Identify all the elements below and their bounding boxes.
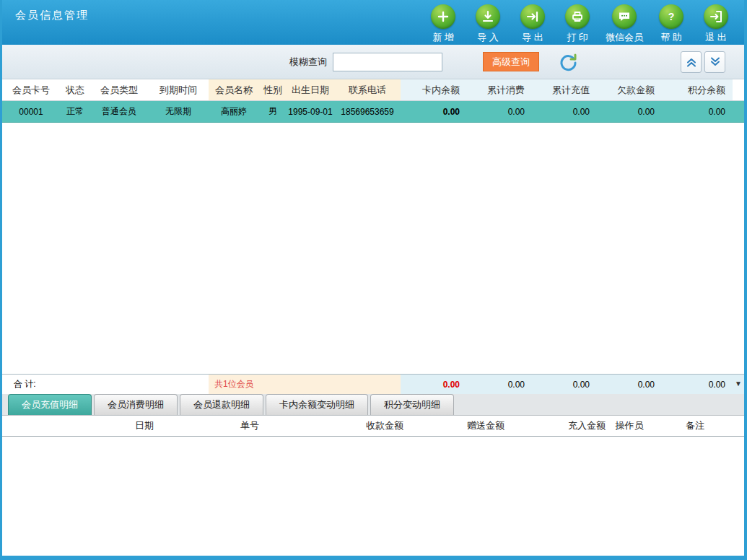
member-total-recharge: 0.00 [532,101,597,122]
member-count-text: 共1位会员 [214,378,254,390]
help-label: 帮 助 [660,31,682,44]
exit-icon [704,4,728,29]
col-total-recharge[interactable]: 累计充值 [532,79,597,100]
member-total-consumption: 0.00 [467,101,532,122]
exit-label: 退 出 [705,31,727,44]
new-member-button[interactable]: 新 增 [427,4,460,45]
scroll-down-arrow[interactable]: ▼ [735,380,742,388]
member-card-no: 00001 [2,101,60,122]
tab-points-change-detail[interactable]: 积分变动明细 [370,394,454,415]
tab-balance-change-detail[interactable]: 卡内余额变动明细 [266,394,368,415]
import-label: 导 入 [477,31,499,44]
fuzzy-search-label: 模糊查询 [289,56,327,69]
detail-tabs: 会员充值明细 会员消费明细 会员退款明细 卡内余额变动明细 积分变动明细 [2,394,744,416]
print-button[interactable]: 打 印 [561,4,594,45]
col-card-balance[interactable]: 卡内余额 [401,79,467,100]
tab-consumption-detail[interactable]: 会员消费明细 [94,394,178,415]
member-management-window: 会员信息管理 新 增 导 入 导 出 [0,0,747,560]
member-debt-amount: 0.00 [597,101,662,122]
import-button[interactable]: 导 入 [471,4,504,45]
col-member-type[interactable]: 会员类型 [90,79,148,100]
plus-icon [431,4,455,29]
members-table-header: 会员卡号 状态 会员类型 到期时间 会员名称 性别 出生日期 联系电话 卡内余额… [2,79,744,101]
tab-recharge-detail[interactable]: 会员充值明细 [8,394,92,415]
new-member-label: 新 增 [432,31,454,44]
wechat-icon [612,4,637,29]
search-input[interactable] [333,53,442,71]
search-row: 模糊查询 高级查询 [2,45,744,79]
col-total-consumption[interactable]: 累计消费 [467,79,532,100]
double-chevron-up-icon [685,56,698,69]
detail-col-date[interactable]: 日期 [135,419,154,432]
member-type: 普通会员 [90,101,148,122]
col-card-no[interactable]: 会员卡号 [2,79,60,100]
export-button[interactable]: 导 出 [516,4,549,45]
titlebar: 会员信息管理 新 增 导 入 导 出 [2,0,744,45]
member-phone: 18569653659 [334,101,401,122]
detail-col-operator[interactable]: 操作员 [616,419,644,432]
col-phone[interactable]: 联系电话 [334,79,401,100]
col-birthdate[interactable]: 出生日期 [287,79,334,100]
col-debt-amount[interactable]: 欠款金额 [597,79,662,100]
member-name: 高丽婷 [209,101,259,122]
detail-col-order-no[interactable]: 单号 [240,419,259,432]
svg-text:?: ? [668,11,675,22]
export-icon [520,4,545,29]
detail-col-remarks[interactable]: 备注 [686,419,704,432]
collapse-up-button[interactable] [681,51,702,73]
summary-count-area: 共1位会员 [209,375,401,394]
exit-button[interactable]: 退 出 [699,4,733,45]
expand-down-button[interactable] [704,51,725,73]
members-table-empty-area [2,123,744,374]
summary-debt-amount: 0.00 [597,375,662,394]
detail-col-recharge-amount[interactable]: 充入金额 [568,419,606,432]
summary-total-consumption: 0.00 [467,375,532,394]
member-row[interactable]: 00001 正常 普通会员 无限期 高丽婷 男 1995-09-01 18569… [2,101,744,123]
refresh-button[interactable] [555,49,581,75]
toolbar: 新 增 导 入 导 出 打 印 [427,4,733,45]
wechat-member-label: 微信会员 [606,31,643,44]
summary-values: 0.00 0.00 0.00 0.00 0.00 [401,375,744,394]
summary-label: 合 计: [2,375,209,394]
summary-card-balance: 0.00 [401,375,467,394]
page-title: 会员信息管理 [15,9,89,45]
member-expiry: 无限期 [148,101,209,122]
member-points-balance: 0.00 [662,101,733,122]
col-member-name[interactable]: 会员名称 [209,79,259,100]
import-icon [476,4,500,29]
member-gender: 男 [259,101,287,122]
advanced-search-button[interactable]: 高级查询 [483,52,539,71]
member-card-balance: 0.00 [401,101,467,122]
col-expiry[interactable]: 到期时间 [148,79,209,100]
detail-table-empty-area [2,437,744,556]
panel-collapse-controls [681,51,725,73]
col-status[interactable]: 状态 [60,79,90,100]
print-label: 打 印 [567,31,588,44]
detail-col-gift-amount[interactable]: 赠送金额 [467,419,504,432]
export-label: 导 出 [522,31,543,44]
window-bottom-border [2,556,744,560]
col-points-balance[interactable]: 积分余额 [662,79,733,100]
detail-col-payment-amount[interactable]: 收款金额 [366,419,403,432]
refresh-icon [557,51,579,73]
wechat-member-button[interactable]: 微信会员 [606,4,643,45]
tab-refund-detail[interactable]: 会员退款明细 [180,394,263,415]
col-gender[interactable]: 性别 [259,79,287,100]
summary-total-recharge: 0.00 [532,375,597,394]
help-button[interactable]: ? 帮 助 [655,4,688,45]
help-icon: ? [659,4,683,29]
summary-row: 合 计: 共1位会员 0.00 0.00 0.00 0.00 0.00 ▼ [2,374,744,394]
print-icon [565,4,590,29]
member-status: 正常 [60,101,90,122]
detail-table-header: 日期 单号 收款金额 赠送金额 充入金额 操作员 备注 [2,416,744,437]
double-chevron-down-icon [709,56,722,69]
summary-points-balance: 0.00 [662,375,733,394]
member-birthdate: 1995-09-01 [287,101,334,122]
